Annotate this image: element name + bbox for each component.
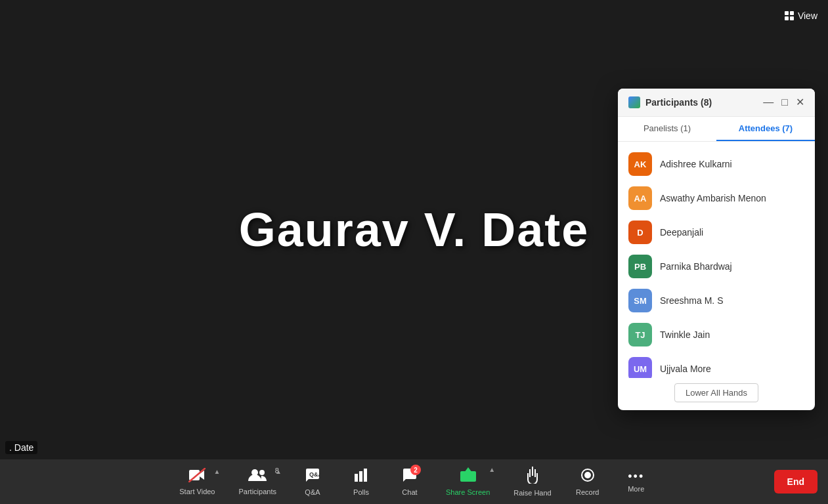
chat-label: Chat [402,488,417,496]
svg-text:Q&A: Q&A [309,471,320,478]
grid-view-icon [785,11,794,20]
toolbar: Start Video ▲ Participants 8 ▲ Q&A Q&A [0,459,828,504]
record-button[interactable]: Record [565,463,611,500]
participant-list: AKAdishree KulkarniAAAswathy Ambarish Me… [618,142,815,378]
svg-rect-7 [364,469,367,482]
panel-title: Participants (8) [645,97,712,108]
participant-name: Twinkle Jain [660,329,710,340]
participant-name: Deepanjali [660,227,703,238]
panel-zoom-icon [628,96,640,108]
polls-label: Polls [353,488,369,496]
share-screen-button[interactable]: Share Screen ▲ [435,463,500,500]
name-label: . Date [5,441,37,454]
participant-item: UMUjjvala More [618,352,815,378]
participant-avatar: UM [628,357,652,378]
qa-icon: Q&A [305,467,320,486]
view-label: View [798,10,817,21]
share-screen-chevron-icon: ▲ [489,466,495,473]
share-screen-label: Share Screen [446,488,490,496]
raise-hand-label: Raise Hand [513,489,551,497]
panel-controls: — □ ✕ [763,97,804,108]
presenter-name: Gaurav V. Date [239,203,590,257]
svg-point-11 [584,472,591,478]
share-screen-icon [459,467,477,486]
participant-name: Aswathy Ambarish Menon [660,193,766,203]
record-label: Record [576,488,599,496]
start-video-button[interactable]: Start Video ▲ [169,464,225,499]
video-chevron-icon: ▲ [214,468,221,475]
participant-item: PBParnika Bhardwaj [618,249,815,284]
panel-title-row: Participants (8) [628,96,712,108]
svg-rect-5 [355,474,358,482]
video-icon [188,468,206,485]
participant-name: Adishree Kulkarni [660,159,732,169]
lower-all-hands-button[interactable]: Lower All Hands [674,383,758,402]
participants-icon [248,468,267,485]
view-button[interactable]: View [785,10,817,21]
minimize-button[interactable]: — [763,97,774,108]
polls-button[interactable]: Polls [338,463,384,500]
raise-hand-icon [525,467,540,486]
chat-badge: 2 [410,465,421,475]
polls-icon [353,467,369,486]
participants-chevron-icon: ▲ [275,468,282,475]
qa-label: Q&A [305,488,320,496]
participant-avatar: TJ [628,323,652,346]
participant-item: TJTwinkle Jain [618,318,815,352]
svg-rect-8 [460,471,476,482]
participant-avatar: PB [628,255,652,278]
more-icon: ••• [628,471,644,482]
record-icon [580,467,596,486]
tab-panelists[interactable]: Panelists (1) [618,117,716,141]
more-button[interactable]: ••• More [613,467,659,497]
participant-avatar: SM [628,289,652,312]
svg-marker-9 [464,467,472,472]
participants-label: Participants [239,488,276,495]
more-label: More [628,485,644,493]
participant-item: AKAdishree Kulkarni [618,147,815,181]
start-video-label: Start Video [179,488,215,495]
participant-item: AAAswathy Ambarish Menon [618,181,815,215]
maximize-button[interactable]: □ [781,97,788,108]
participant-name: Parnika Bhardwaj [660,261,732,272]
panel-header: Participants (8) — □ ✕ [618,89,815,117]
participant-name: Ujjvala More [660,364,711,374]
end-button[interactable]: End [774,470,817,494]
raise-hand-button[interactable]: Raise Hand [503,463,561,501]
participants-panel: Participants (8) — □ ✕ Panelists (1) Att… [618,89,815,410]
participants-button[interactable]: Participants 8 ▲ [229,464,287,499]
tab-attendees[interactable]: Attendees (7) [716,117,815,141]
chat-button[interactable]: 2 Chat [387,463,433,500]
qa-button[interactable]: Q&A Q&A [290,463,336,500]
participant-item: DDeepanjali [618,215,815,249]
panel-tabs: Panelists (1) Attendees (7) [618,117,815,142]
participant-name: Sreeshma M. S [660,295,723,306]
participant-avatar: AK [628,152,652,176]
svg-rect-6 [359,471,362,482]
participant-item: SMSreeshma M. S [618,284,815,318]
participant-avatar: AA [628,186,652,210]
participant-avatar: D [628,220,652,244]
close-button[interactable]: ✕ [796,97,804,108]
svg-point-3 [259,470,265,475]
